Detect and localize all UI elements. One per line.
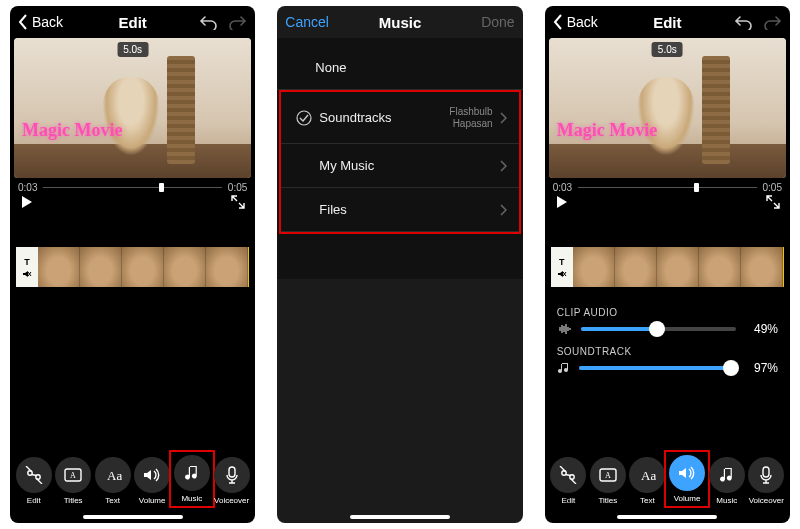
row-label: Files (315, 202, 498, 217)
volume-icon (669, 455, 705, 491)
tool-label: Volume (139, 496, 166, 505)
tool-row: EditATitlesAaTextVolumeMusicVoiceover (545, 453, 790, 511)
tool-edit[interactable]: Edit (14, 457, 53, 505)
row-label: My Music (315, 158, 498, 173)
chevron-left-icon (18, 14, 28, 30)
fullscreen-button[interactable] (766, 195, 780, 213)
top-bar: Back Edit (10, 6, 255, 38)
tool-label: Edit (27, 496, 41, 505)
tool-label: Text (640, 496, 655, 505)
volume-icon (134, 457, 170, 493)
fullscreen-button[interactable] (231, 195, 245, 213)
tool-volume[interactable]: Volume (667, 453, 707, 505)
tool-music[interactable]: Music (172, 453, 212, 505)
tool-text[interactable]: AaText (93, 457, 132, 505)
mute-icon (557, 270, 567, 278)
scrubber[interactable] (43, 185, 221, 190)
row-label: Soundtracks (315, 110, 449, 125)
play-button[interactable] (20, 195, 34, 213)
chevron-right-icon (499, 112, 507, 124)
back-button[interactable]: Back (553, 14, 598, 30)
panel-music-picker: Cancel Music Done NoneSoundtracksFlashbu… (277, 6, 522, 523)
overlay-title-text: Magic Movie (22, 120, 122, 141)
music-icon (174, 455, 210, 491)
back-button[interactable]: Back (18, 14, 63, 30)
done-label: Done (481, 14, 514, 30)
soundtrack-label: SOUNDTRACK (557, 346, 778, 357)
edit-icon (16, 457, 52, 493)
undo-button[interactable] (199, 14, 217, 30)
soundtrack-value: 97% (744, 361, 778, 375)
row-label: None (311, 60, 510, 75)
svg-rect-7 (229, 467, 235, 477)
svg-rect-16 (763, 467, 769, 477)
scrubber[interactable] (578, 185, 756, 190)
timeline[interactable]: T (16, 247, 249, 287)
undo-icon (734, 14, 752, 30)
svg-text:Aa: Aa (641, 468, 656, 482)
soundtrack-slider[interactable] (579, 366, 736, 370)
video-preview[interactable]: Magic Movie 5.0s (14, 38, 251, 178)
tool-label: Titles (64, 496, 83, 505)
timeline-title-marker: T (16, 247, 38, 287)
cancel-button[interactable]: Cancel (285, 14, 329, 30)
tool-label: Text (105, 496, 120, 505)
tool-titles[interactable]: ATitles (53, 457, 92, 505)
cancel-label: Cancel (285, 14, 329, 30)
time-elapsed: 0:03 (553, 182, 572, 193)
timeline[interactable]: T (551, 247, 784, 287)
expand-icon (231, 195, 245, 209)
redo-button[interactable] (764, 14, 782, 30)
tool-edit[interactable]: Edit (549, 457, 588, 505)
timeline-title-marker: T (551, 247, 573, 287)
scrub-row: 0:03 0:05 (10, 178, 255, 193)
home-indicator (350, 515, 450, 519)
overlay-title-text: Magic Movie (557, 120, 657, 141)
tool-label: Edit (561, 496, 575, 505)
note-icon (557, 361, 571, 375)
music-source-my-music[interactable]: My Music (281, 144, 518, 188)
music-source-files[interactable]: Files (281, 188, 518, 232)
redo-button[interactable] (229, 14, 247, 30)
music-source-list: NoneSoundtracksFlashbulbHapasanMy MusicF… (277, 38, 522, 279)
clip-duration-tag: 5.0s (117, 42, 148, 57)
text-icon: Aa (95, 457, 131, 493)
time-elapsed: 0:03 (18, 182, 37, 193)
back-label: Back (32, 14, 63, 30)
done-button[interactable]: Done (481, 14, 514, 30)
video-preview[interactable]: Magic Movie 5.0s (549, 38, 786, 178)
clip-audio-slider[interactable] (581, 327, 736, 331)
panel-edit-volume: Back Edit Magic Movie 5.0s 0:03 0:05 T C… (545, 6, 790, 523)
clip-audio-label: CLIP AUDIO (557, 307, 778, 318)
tool-titles[interactable]: ATitles (588, 457, 627, 505)
tool-label: Voiceover (214, 496, 249, 505)
checkmark-icon (293, 110, 315, 126)
play-icon (20, 195, 34, 209)
redo-icon (764, 14, 782, 30)
tool-text[interactable]: AaText (628, 457, 667, 505)
play-button[interactable] (555, 195, 569, 213)
waveform-icon (557, 323, 573, 335)
svg-text:A: A (605, 471, 611, 480)
titles-icon: A (590, 457, 626, 493)
tool-music[interactable]: Music (707, 457, 746, 505)
music-source-none[interactable]: None (277, 46, 522, 90)
expand-icon (766, 195, 780, 209)
tool-label: Music (716, 496, 737, 505)
undo-button[interactable] (734, 14, 752, 30)
svg-text:Aa: Aa (107, 468, 122, 482)
tool-voiceover[interactable]: Voiceover (212, 457, 251, 505)
undo-icon (199, 14, 217, 30)
tool-label: Titles (598, 496, 617, 505)
music-source-soundtracks[interactable]: SoundtracksFlashbulbHapasan (281, 92, 518, 144)
time-total: 0:05 (763, 182, 782, 193)
row-subtitle: FlashbulbHapasan (449, 106, 498, 129)
tool-label: Music (181, 494, 202, 503)
home-indicator (617, 515, 717, 519)
chevron-right-icon (499, 204, 507, 216)
tool-voiceover[interactable]: Voiceover (747, 457, 786, 505)
tool-label: Volume (674, 494, 701, 503)
tool-volume[interactable]: Volume (132, 457, 171, 505)
mute-icon (22, 270, 32, 278)
clip-duration-tag: 5.0s (652, 42, 683, 57)
